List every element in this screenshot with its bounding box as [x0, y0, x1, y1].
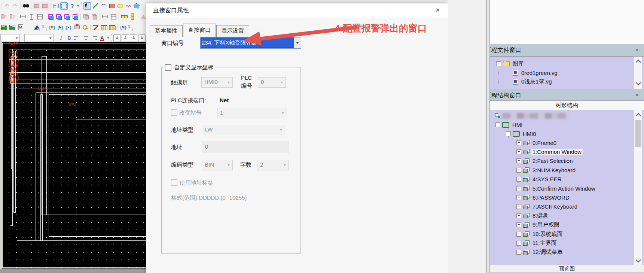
print-icon[interactable]	[41, 2, 49, 10]
project-structure-titlebar[interactable]: 工程结构窗口 ×	[490, 89, 644, 100]
align-left-icon[interactable]	[74, 34, 81, 42]
undo-icon[interactable]: ↶	[3, 2, 10, 10]
image-library-icon[interactable]	[9, 24, 16, 31]
close-icon[interactable]: ×	[635, 46, 639, 53]
macro-doc-icon[interactable]: M	[17, 24, 24, 31]
next-state-icon[interactable]: N	[57, 24, 64, 31]
help-icon[interactable]: ?	[68, 2, 76, 10]
direct-window-outline[interactable]	[76, 119, 147, 237]
bring-to-front-icon[interactable]	[47, 13, 54, 21]
tree-item-gallery[interactable]: -图库	[496, 60, 525, 68]
encode-type-combo[interactable]: BIN	[202, 160, 233, 170]
text-fit-icon[interactable]: A	[138, 34, 146, 42]
expand-icon[interactable]: +	[516, 177, 521, 182]
font-size-combo[interactable]	[24, 34, 54, 42]
collapse-icon[interactable]: -	[496, 61, 501, 66]
expand-icon[interactable]: +	[516, 168, 521, 173]
v-spacing-icon[interactable]	[110, 13, 117, 21]
tree-item-hmi[interactable]: -HMI	[495, 121, 524, 129]
tree-item-window[interactable]: +12:调试菜单	[516, 248, 564, 257]
send-to-back-icon[interactable]	[55, 13, 62, 21]
tab-direct-window[interactable]: 直接窗口	[183, 24, 216, 37]
redo-icon[interactable]: ↷	[11, 2, 19, 10]
ungroup-icon[interactable]	[91, 13, 98, 21]
collapse-icon[interactable]: -	[506, 131, 511, 136]
expand-icon[interactable]: +	[516, 232, 521, 237]
tree-item-window[interactable]: +4:SYS EER	[516, 175, 563, 183]
expand-icon[interactable]: +	[516, 149, 521, 154]
toolbar-drag-handle[interactable]	[131, 24, 134, 31]
group-icon[interactable]	[82, 13, 90, 21]
text-fit-icon[interactable]: A	[113, 34, 121, 42]
tree-item-window[interactable]: +11:主界面	[516, 239, 558, 247]
italic-icon[interactable]: I	[57, 34, 65, 42]
data-window-icon[interactable]	[100, 24, 108, 31]
tree-item-window[interactable]: +5:Confirm Action Window	[516, 184, 596, 192]
close-icon[interactable]: ×	[436, 6, 440, 14]
delete-state-icon[interactable]: ×	[65, 24, 72, 31]
expand-icon[interactable]: +	[516, 204, 521, 209]
toolbar-drag-handle[interactable]	[110, 34, 113, 42]
toolbar-overflow-icon[interactable]	[127, 24, 131, 31]
tree-structure-header[interactable]: 树形结构	[490, 100, 644, 110]
addr-type-combo[interactable]: LW	[202, 125, 285, 135]
polyline-tool-icon[interactable]	[125, 2, 132, 10]
expand-icon[interactable]: +	[516, 140, 521, 145]
align-right-icon[interactable]	[90, 34, 98, 42]
expand-icon[interactable]: +	[516, 250, 521, 255]
tree-item-window[interactable]: +3:NUM Keyboard	[516, 166, 577, 174]
trend-window-icon[interactable]	[92, 24, 100, 31]
ellipse-tool-icon[interactable]	[116, 2, 124, 10]
tree-item-vg-file[interactable]: 0red1green.vg	[513, 69, 559, 77]
tree-item-window[interactable]: +0:Frame0	[516, 139, 558, 147]
tree-item-hmi0[interactable]: -HMI0	[506, 130, 537, 138]
h-spacing-icon[interactable]	[101, 13, 109, 21]
send-backward-icon[interactable]	[71, 13, 79, 21]
project-files-titlebar[interactable]: 工程文件窗口 ×	[490, 44, 644, 56]
tree-item-window[interactable]: +6:PASSWORD	[516, 193, 571, 201]
tree-item-window[interactable]: +10:系统底面	[516, 230, 564, 238]
tab-basic-properties[interactable]: 基本属性	[150, 25, 183, 37]
bold-icon[interactable]: B	[65, 34, 73, 42]
text-fit-icon[interactable]: A	[122, 34, 129, 42]
direct-window-outline[interactable]	[42, 56, 47, 215]
tree-item-window[interactable]: +2:Fast Selection	[516, 157, 574, 165]
dialog-titlebar[interactable]: 直接窗口属性 ×	[146, 3, 448, 18]
find-icon[interactable]	[22, 2, 30, 10]
align-center-icon[interactable]	[82, 34, 89, 42]
scroll-up-icon[interactable]	[634, 57, 642, 66]
toolbar-drag-handle[interactable]	[80, 2, 83, 10]
design-canvas[interactable]: DW13DW43DW58DW63DW28DW35DW25DW20DW17DWW1…	[0, 42, 147, 269]
same-size-icon[interactable]	[36, 13, 43, 21]
report-window-icon[interactable]	[109, 24, 116, 31]
align-icon[interactable]	[0, 13, 8, 21]
v-ruler-icon[interactable]	[129, 13, 136, 21]
distribute-icon[interactable]	[9, 13, 16, 21]
canvas-horizontal-scrollbar[interactable]	[0, 269, 147, 273]
wizard-icon[interactable]	[33, 24, 41, 31]
close-icon[interactable]: ×	[635, 92, 639, 98]
expand-icon[interactable]: +	[516, 158, 521, 163]
files-scrollbar[interactable]	[634, 57, 642, 89]
tree-item-vg-file[interactable]: 0浅灰1蓝.vg	[513, 78, 553, 86]
add-image-icon[interactable]	[0, 24, 8, 31]
scroll-down-icon[interactable]	[634, 79, 642, 87]
scroll-down-icon[interactable]	[634, 256, 642, 264]
font-name-combo[interactable]	[0, 34, 20, 42]
toolbar-overflow-icon[interactable]	[106, 35, 110, 42]
custom-coords-checkbox[interactable]	[165, 64, 171, 71]
scroll-up-icon[interactable]	[634, 111, 642, 119]
key-icon[interactable]	[81, 24, 89, 31]
polygon-tool-icon[interactable]	[133, 2, 140, 10]
import-icon[interactable]	[73, 24, 80, 31]
preview-tab[interactable]: 预览图	[490, 265, 644, 273]
same-height-icon[interactable]	[28, 13, 35, 21]
collapse-icon[interactable]: -	[495, 122, 500, 127]
state-icon[interactable]: M	[119, 24, 127, 31]
new-doc-icon[interactable]	[25, 24, 33, 31]
h-ruler-icon[interactable]	[120, 13, 128, 21]
curve-tool-icon[interactable]	[100, 2, 107, 10]
structure-scrollbar[interactable]	[634, 110, 642, 265]
select-tool-icon[interactable]	[83, 2, 91, 10]
expand-icon[interactable]: +	[516, 222, 521, 227]
